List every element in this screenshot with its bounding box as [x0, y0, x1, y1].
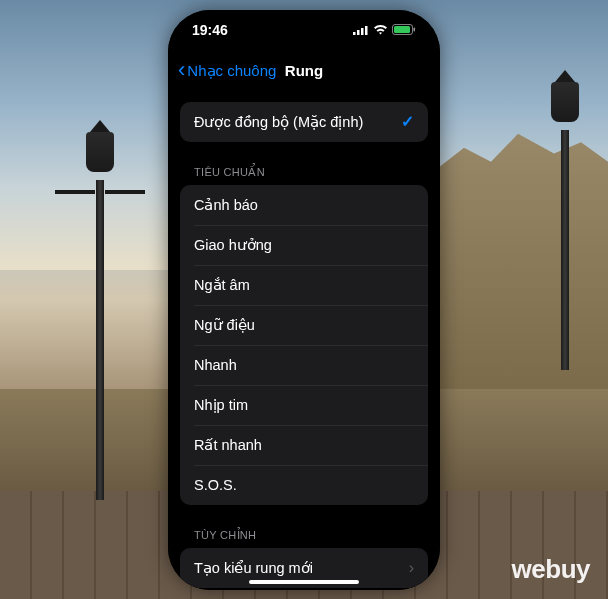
cell-label: S.O.S. [194, 477, 237, 493]
svg-rect-2 [361, 28, 364, 35]
settings-content[interactable]: Được đồng bộ (Mặc định) ✓ TIÊU CHUẨN Cản… [168, 92, 440, 590]
phone-frame: 19:46 ‹ Nhạc chuông Rung [168, 10, 440, 590]
cell-heartbeat[interactable]: Nhịp tim [180, 385, 428, 425]
status-bar: 19:46 [168, 10, 440, 50]
cell-mute[interactable]: Ngắt âm [180, 265, 428, 305]
cell-quick[interactable]: Nhanh [180, 345, 428, 385]
nav-bar: ‹ Nhạc chuông Rung [168, 50, 440, 92]
cell-symphony[interactable]: Giao hưởng [180, 225, 428, 265]
phone-screen: 19:46 ‹ Nhạc chuông Rung [168, 10, 440, 590]
cell-label: Nhịp tim [194, 397, 248, 413]
checkmark-icon: ✓ [401, 112, 414, 131]
back-button[interactable]: ‹ Nhạc chuông [178, 61, 276, 81]
cell-alert[interactable]: Cảnh báo [180, 185, 428, 225]
group-standard: TIÊU CHUẨN Cảnh báo Giao hưởng Ngắt âm N… [180, 160, 428, 505]
wifi-icon [373, 22, 388, 38]
chevron-left-icon: ‹ [178, 59, 185, 81]
svg-rect-3 [365, 26, 368, 35]
home-indicator[interactable] [249, 580, 359, 584]
cell-label: Giao hưởng [194, 237, 272, 253]
cell-default-synced[interactable]: Được đồng bộ (Mặc định) ✓ [180, 102, 428, 142]
watermark: webuy [512, 554, 590, 585]
back-label: Nhạc chuông [187, 62, 276, 80]
cell-sos[interactable]: S.O.S. [180, 465, 428, 505]
cell-rapid[interactable]: Rất nhanh [180, 425, 428, 465]
signal-icon [353, 22, 369, 38]
cell-label: Rất nhanh [194, 437, 262, 453]
cell-label: Tạo kiểu rung mới [194, 560, 313, 576]
svg-rect-6 [414, 27, 416, 31]
cell-label: Ngắt âm [194, 277, 250, 293]
svg-rect-5 [394, 26, 410, 33]
svg-rect-1 [357, 30, 360, 35]
battery-icon [392, 22, 416, 38]
status-time: 19:46 [192, 22, 228, 38]
cell-label: Cảnh báo [194, 197, 258, 213]
cell-label: Nhanh [194, 357, 237, 373]
cell-label: Được đồng bộ (Mặc định) [194, 114, 363, 130]
section-header-standard: TIÊU CHUẨN [180, 160, 428, 185]
cell-accent[interactable]: Ngữ điệu [180, 305, 428, 345]
group-default: Được đồng bộ (Mặc định) ✓ [180, 102, 428, 142]
chevron-right-icon: › [409, 559, 414, 577]
group-custom: TÙY CHỈNH Tạo kiểu rung mới › [180, 523, 428, 588]
cell-label: Ngữ điệu [194, 317, 255, 333]
svg-rect-0 [353, 32, 356, 35]
page-title: Rung [285, 62, 323, 79]
section-header-custom: TÙY CHỈNH [180, 523, 428, 548]
